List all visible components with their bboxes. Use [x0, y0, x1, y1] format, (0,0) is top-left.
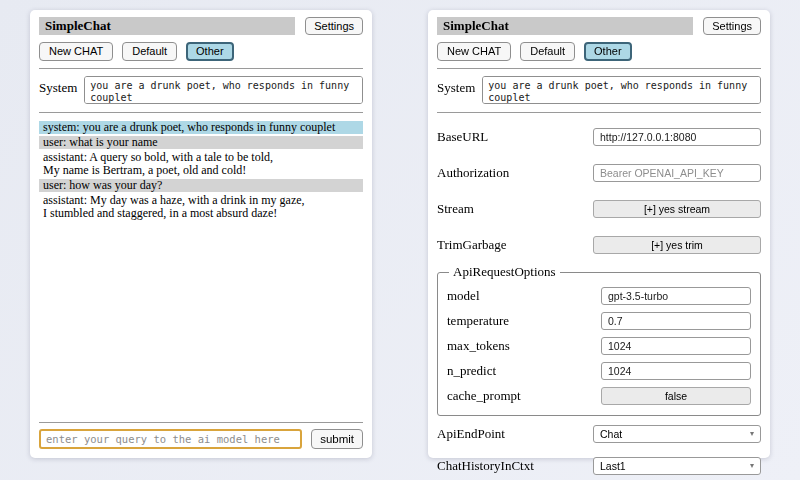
chat-messages: system: you are a drunk poet, who respon… — [39, 121, 363, 415]
temperature-input[interactable] — [601, 312, 751, 330]
session-tab-default[interactable]: Default — [122, 42, 177, 61]
settings-button[interactable]: Settings — [305, 17, 363, 35]
n-predict-input[interactable] — [601, 362, 751, 380]
divider — [39, 422, 363, 423]
chevron-down-icon: ▾ — [750, 430, 754, 438]
app-title: SimpleChat — [437, 17, 693, 35]
settings-button[interactable]: Settings — [703, 17, 761, 35]
query-input[interactable] — [39, 429, 302, 449]
session-row: New CHAT Default Other — [437, 42, 761, 61]
chat-panel: SimpleChat Settings New CHAT Default Oth… — [30, 10, 372, 458]
authorization-input[interactable] — [593, 164, 761, 182]
submit-button[interactable]: submit — [311, 429, 363, 449]
new-chat-button[interactable]: New CHAT — [437, 42, 511, 61]
setting-row-cache-prompt: cache_prompt false — [447, 387, 751, 405]
cache-prompt-label: cache_prompt — [447, 389, 601, 403]
session-tab-other[interactable]: Other — [186, 42, 234, 61]
api-request-options-legend: ApiRequestOptions — [449, 264, 560, 280]
divider — [437, 68, 761, 69]
setting-row-n-predict: n_predict — [447, 362, 751, 380]
app-title: SimpleChat — [39, 17, 295, 35]
new-chat-button[interactable]: New CHAT — [39, 42, 113, 61]
n-predict-label: n_predict — [447, 364, 601, 378]
cache-prompt-toggle-button[interactable]: false — [601, 387, 751, 405]
apiendpoint-select[interactable]: Chat ▾ — [593, 425, 761, 443]
settings-body: BaseURL Authorization Stream [+] yes str… — [437, 119, 761, 480]
apiendpoint-selected-value: Chat — [600, 428, 622, 440]
session-row: New CHAT Default Other — [39, 42, 363, 61]
stream-toggle-button[interactable]: [+] yes stream — [593, 200, 761, 218]
divider — [437, 112, 761, 113]
chat-message-assistant: assistant: My day was a haze, with a dri… — [39, 194, 363, 220]
header-row: SimpleChat Settings — [39, 17, 363, 35]
api-request-options-fieldset: ApiRequestOptions model temperature max_… — [437, 264, 761, 416]
system-label: System — [437, 76, 475, 96]
max-tokens-label: max_tokens — [447, 339, 601, 353]
divider — [39, 112, 363, 113]
baseurl-label: BaseURL — [437, 130, 593, 144]
chathistoryinctxt-label: ChatHistoryInCtxt — [437, 459, 593, 473]
system-prompt-input[interactable]: you are a drunk poet, who responds in fu… — [482, 76, 761, 104]
chathistoryinctxt-select[interactable]: Last1 ▾ — [593, 457, 761, 475]
baseurl-input[interactable] — [593, 128, 761, 146]
max-tokens-input[interactable] — [601, 337, 751, 355]
temperature-label: temperature — [447, 314, 601, 328]
setting-row-authorization: Authorization — [437, 164, 761, 182]
chat-message-user: user: what is your name — [39, 136, 363, 149]
system-prompt-input[interactable]: you are a drunk poet, who responds in fu… — [84, 76, 363, 104]
setting-row-model: model — [447, 287, 751, 305]
system-row: System you are a drunk poet, who respond… — [39, 76, 363, 104]
chat-message-user: user: how was your day? — [39, 179, 363, 192]
query-row: submit — [39, 429, 363, 449]
model-label: model — [447, 289, 601, 303]
setting-row-max-tokens: max_tokens — [447, 337, 751, 355]
divider — [39, 68, 363, 69]
setting-row-temperature: temperature — [447, 312, 751, 330]
trimgarbage-label: TrimGarbage — [437, 238, 593, 252]
chathistoryinctxt-selected-value: Last1 — [600, 460, 626, 472]
setting-row-apiendpoint: ApiEndPoint Chat ▾ — [437, 425, 761, 443]
system-label: System — [39, 76, 77, 96]
apiendpoint-label: ApiEndPoint — [437, 427, 593, 441]
chevron-down-icon: ▾ — [750, 462, 754, 470]
model-input[interactable] — [601, 287, 751, 305]
authorization-label: Authorization — [437, 166, 593, 180]
header-row: SimpleChat Settings — [437, 17, 761, 35]
settings-panel: SimpleChat Settings New CHAT Default Oth… — [428, 10, 770, 458]
system-row: System you are a drunk poet, who respond… — [437, 76, 761, 104]
chat-message-assistant: assistant: A query so bold, with a tale … — [39, 151, 363, 177]
stream-label: Stream — [437, 202, 593, 216]
setting-row-stream: Stream [+] yes stream — [437, 200, 761, 218]
trimgarbage-toggle-button[interactable]: [+] yes trim — [593, 236, 761, 254]
setting-row-baseurl: BaseURL — [437, 128, 761, 146]
setting-row-trimgarbage: TrimGarbage [+] yes trim — [437, 236, 761, 254]
chat-message-system: system: you are a drunk poet, who respon… — [39, 121, 363, 134]
setting-row-chathistoryinctxt: ChatHistoryInCtxt Last1 ▾ — [437, 457, 761, 475]
session-tab-other[interactable]: Other — [584, 42, 632, 61]
session-tab-default[interactable]: Default — [520, 42, 575, 61]
